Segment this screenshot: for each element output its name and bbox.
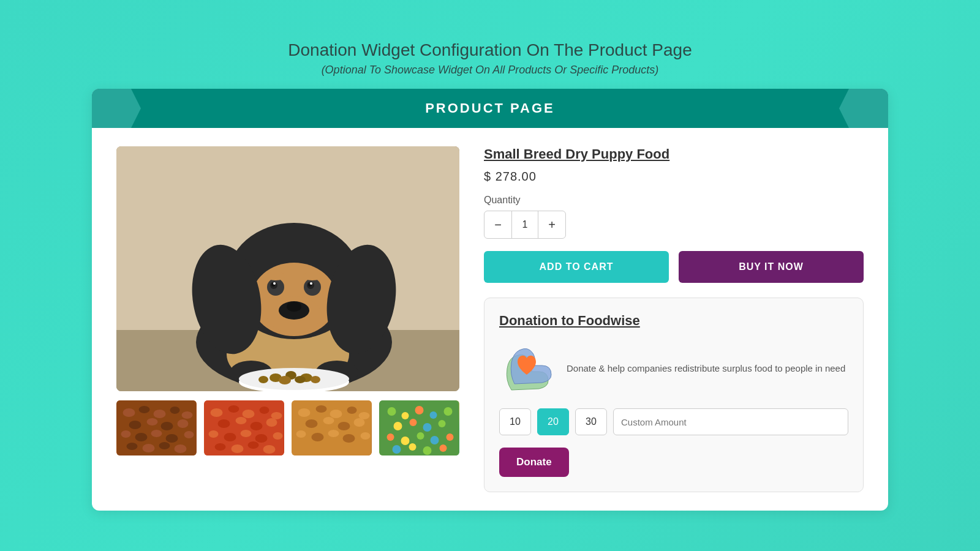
- banner-text: PRODUCT PAGE: [425, 100, 555, 116]
- quantity-increase-button[interactable]: +: [538, 211, 565, 238]
- svg-point-65: [255, 434, 268, 443]
- donation-icon: [499, 341, 554, 396]
- svg-point-81: [296, 430, 306, 438]
- thumbnail-1[interactable]: [116, 400, 197, 455]
- product-details: Small Breed Dry Puppy Food $ 278.00 Quan…: [484, 146, 864, 492]
- donation-amounts: 10 20 30: [499, 408, 848, 435]
- svg-point-100: [447, 433, 454, 441]
- svg-point-39: [129, 421, 141, 429]
- svg-point-25: [239, 368, 349, 390]
- svg-point-49: [143, 444, 155, 452]
- svg-point-74: [330, 410, 342, 418]
- svg-point-96: [387, 433, 394, 441]
- svg-point-103: [423, 446, 432, 455]
- page-header: Donation Widget Configuration On The Pro…: [288, 40, 692, 77]
- svg-point-95: [439, 420, 446, 427]
- svg-point-91: [444, 407, 453, 416]
- quantity-decrease-button[interactable]: −: [484, 211, 511, 238]
- svg-point-46: [166, 434, 178, 443]
- svg-point-70: [263, 445, 276, 454]
- svg-point-67: [215, 443, 226, 451]
- svg-point-16: [273, 282, 276, 285]
- svg-point-63: [224, 433, 236, 441]
- svg-point-60: [251, 422, 263, 430]
- amount-10-button[interactable]: 10: [499, 408, 531, 435]
- svg-point-99: [431, 436, 439, 444]
- svg-point-53: [211, 408, 223, 417]
- svg-point-17: [310, 282, 312, 285]
- svg-point-40: [147, 418, 158, 425]
- svg-point-102: [409, 443, 417, 451]
- custom-amount-input[interactable]: [613, 408, 848, 435]
- svg-point-51: [175, 444, 187, 453]
- donation-widget: Donation to Foodwise: [484, 298, 864, 492]
- main-product-image: [116, 146, 459, 391]
- product-page-banner: PRODUCT PAGE: [92, 89, 888, 128]
- svg-point-69: [248, 441, 259, 449]
- svg-point-64: [241, 430, 252, 437]
- donation-description: Donate & help companies redistribute sur…: [567, 362, 845, 376]
- product-price: $ 278.00: [484, 170, 864, 184]
- donate-button[interactable]: Donate: [499, 448, 569, 477]
- svg-point-45: [151, 430, 162, 437]
- svg-point-104: [440, 444, 447, 452]
- svg-point-85: [361, 432, 371, 440]
- quantity-control: − 1 +: [484, 211, 566, 239]
- svg-point-66: [273, 432, 283, 440]
- amount-30-button[interactable]: 30: [575, 408, 607, 435]
- svg-point-61: [266, 418, 277, 427]
- product-name: Small Breed Dry Puppy Food: [484, 146, 864, 162]
- svg-point-32: [311, 376, 320, 383]
- svg-point-29: [279, 376, 291, 384]
- svg-point-101: [393, 445, 401, 454]
- svg-point-43: [121, 430, 131, 438]
- svg-point-80: [354, 418, 365, 427]
- svg-point-88: [402, 412, 409, 419]
- svg-point-97: [401, 437, 410, 445]
- thumbnail-row: [116, 400, 459, 455]
- svg-point-30: [295, 376, 306, 383]
- svg-point-42: [178, 419, 189, 428]
- svg-point-50: [159, 442, 170, 449]
- svg-point-68: [232, 444, 244, 453]
- svg-point-75: [347, 407, 357, 414]
- product-content: Small Breed Dry Puppy Food $ 278.00 Quan…: [92, 146, 888, 492]
- svg-point-78: [323, 417, 334, 424]
- svg-point-56: [260, 407, 270, 414]
- svg-point-18: [266, 272, 285, 280]
- svg-point-83: [328, 430, 339, 437]
- svg-point-93: [410, 419, 417, 426]
- svg-point-47: [184, 431, 194, 438]
- svg-point-38: [182, 411, 193, 419]
- svg-point-79: [338, 422, 350, 430]
- add-to-cart-button[interactable]: ADD TO CART: [484, 251, 669, 283]
- quantity-value: 1: [511, 211, 538, 238]
- page-title: Donation Widget Configuration On The Pro…: [288, 40, 692, 60]
- svg-point-34: [123, 408, 135, 417]
- page-subtitle: (Optional To Showcase Widget On All Prod…: [288, 64, 692, 77]
- product-page-container: PRODUCT PAGE: [92, 89, 888, 511]
- svg-point-31: [258, 376, 268, 383]
- amount-20-button[interactable]: 20: [537, 408, 569, 435]
- thumbnail-4[interactable]: [379, 400, 459, 455]
- donation-title: Donation to Foodwise: [499, 313, 848, 329]
- svg-point-92: [394, 422, 402, 430]
- svg-point-44: [135, 433, 148, 441]
- svg-point-55: [243, 410, 255, 418]
- svg-point-84: [343, 434, 355, 443]
- svg-point-82: [312, 433, 324, 441]
- quantity-label: Quantity: [484, 195, 864, 206]
- svg-point-87: [388, 407, 396, 416]
- svg-point-59: [236, 417, 247, 424]
- svg-point-89: [415, 406, 424, 414]
- banner-right-arrow: [839, 89, 888, 128]
- svg-point-19: [303, 272, 322, 280]
- buy-now-button[interactable]: BUY IT NOW: [679, 251, 864, 283]
- thumbnail-3[interactable]: [292, 400, 372, 455]
- svg-point-9: [287, 302, 301, 312]
- product-images: [116, 146, 459, 492]
- svg-point-90: [430, 411, 437, 419]
- banner-left-arrow: [92, 89, 141, 128]
- thumbnail-2[interactable]: [204, 400, 284, 455]
- svg-point-98: [417, 432, 424, 440]
